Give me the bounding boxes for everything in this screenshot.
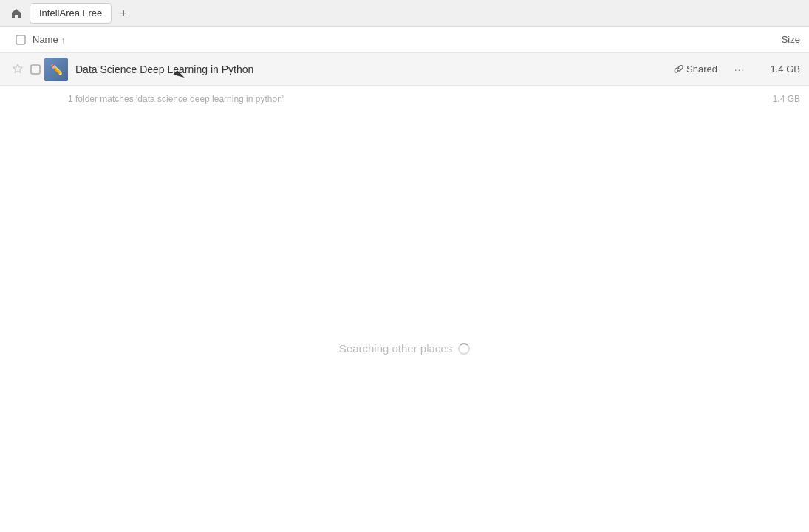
star-button[interactable] — [9, 61, 27, 78]
tab-label: IntellArea Free — [39, 7, 102, 18]
shared-status: Shared — [673, 64, 717, 75]
file-name-label: Data Science Deep Learning in Python — [75, 64, 673, 75]
shared-label: Shared — [686, 64, 717, 75]
loading-spinner — [458, 343, 470, 355]
summary-size: 1.4 GB — [756, 94, 800, 104]
searching-area: Searching other places — [0, 342, 809, 355]
add-tab-button[interactable]: + — [115, 4, 132, 22]
header-checkbox[interactable] — [9, 35, 33, 45]
sort-indicator: ↑ — [61, 35, 66, 44]
file-checkbox[interactable] — [27, 64, 44, 75]
searching-text: Searching other places — [339, 342, 470, 355]
summary-row: 1 folder matches 'data science deep lear… — [0, 86, 809, 112]
home-button[interactable] — [6, 3, 27, 24]
column-header-row: Name ↑ Size — [0, 27, 809, 53]
svg-rect-0 — [16, 35, 25, 44]
file-row[interactable]: ✏️ Data Science Deep Learning in Python … — [0, 53, 809, 86]
tab-bar: IntellArea Free + — [0, 0, 809, 27]
intellarea-tab[interactable]: IntellArea Free — [30, 3, 112, 24]
size-column-header: Size — [741, 34, 800, 45]
file-type-icon: ✏️ — [44, 58, 68, 81]
name-column-header[interactable]: Name ↑ — [33, 34, 741, 45]
link-icon — [673, 64, 683, 75]
more-options-button[interactable]: ··· — [729, 59, 750, 80]
svg-rect-1 — [31, 65, 40, 74]
summary-text: 1 folder matches 'data science deep lear… — [9, 94, 284, 104]
file-size-label: 1.4 GB — [756, 64, 800, 75]
